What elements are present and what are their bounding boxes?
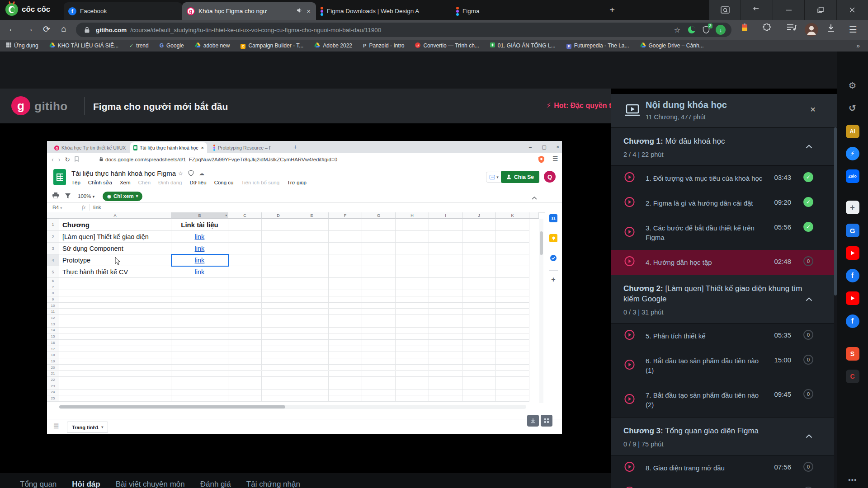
grid-cell[interactable] xyxy=(396,389,429,396)
close-button[interactable] xyxy=(836,0,868,20)
grid-cell[interactable] xyxy=(396,383,429,389)
grid-cell[interactable] xyxy=(362,321,396,328)
grid-cell[interactable] xyxy=(362,377,396,383)
grid-cell[interactable] xyxy=(396,352,429,358)
grid-cell[interactable] xyxy=(262,309,295,315)
bookmark-item[interactable]: PPanzoid - Intro xyxy=(363,42,404,49)
row-number[interactable]: 1 xyxy=(47,219,59,231)
grid-cell[interactable] xyxy=(228,219,262,231)
coccoc-app-icon[interactable]: C xyxy=(846,370,859,383)
grid-cell[interactable] xyxy=(59,278,171,284)
grid-cell[interactable] xyxy=(262,389,295,396)
bookmark-item[interactable]: FFuturepedia - The La... xyxy=(566,42,629,49)
grid-cell[interactable] xyxy=(329,219,362,231)
sheets-menu-item[interactable]: Tệp xyxy=(71,180,80,185)
calendar-icon[interactable]: 31 xyxy=(549,214,557,222)
grid-cell[interactable] xyxy=(228,290,262,296)
grid-cell[interactable] xyxy=(295,365,329,371)
grid-cell[interactable] xyxy=(496,395,529,402)
grid-cell[interactable] xyxy=(329,296,362,303)
grid-cell[interactable] xyxy=(171,371,228,377)
grid-cell[interactable] xyxy=(59,296,171,303)
grid-cell[interactable] xyxy=(59,352,171,358)
grid-cell[interactable] xyxy=(362,395,396,402)
grid-cell[interactable] xyxy=(462,377,496,383)
grid-cell[interactable] xyxy=(429,340,462,346)
chevron-up-icon[interactable] xyxy=(806,295,812,303)
sheets-menu-item[interactable]: Chỉnh sửa xyxy=(88,180,112,185)
grid-cell[interactable] xyxy=(228,321,262,328)
row-number[interactable]: 3 xyxy=(47,243,59,254)
grid-cell[interactable] xyxy=(329,383,362,389)
grid-cell[interactable] xyxy=(295,389,329,396)
print-icon[interactable] xyxy=(52,192,59,200)
grid-cell[interactable] xyxy=(171,315,228,321)
grid-cell[interactable] xyxy=(429,321,462,328)
column-header-C[interactable]: C xyxy=(228,212,262,219)
row-number[interactable]: 25 xyxy=(47,395,59,402)
grid-cell[interactable]: Link tài liệu xyxy=(171,219,228,231)
grid-cell[interactable] xyxy=(59,389,171,396)
grid-cell[interactable] xyxy=(262,377,295,383)
bottom-nav-tab[interactable]: Bài viết chuyên môn xyxy=(116,480,185,488)
grid-cell[interactable] xyxy=(59,315,171,321)
grid-cell[interactable] xyxy=(362,383,396,389)
collapse-toolbar-icon[interactable] xyxy=(532,193,537,202)
grid-cell[interactable] xyxy=(262,346,295,352)
grid-cell[interactable] xyxy=(496,371,529,377)
grid-cell[interactable] xyxy=(396,254,429,266)
grid-cell[interactable] xyxy=(59,346,171,352)
grid-cell[interactable] xyxy=(228,371,262,377)
grid-cell[interactable] xyxy=(496,219,529,231)
column-header-K[interactable]: K xyxy=(496,212,529,219)
grid-cell[interactable]: link xyxy=(171,243,228,254)
media-playlist-icon[interactable] xyxy=(787,23,797,32)
grid-cell[interactable] xyxy=(396,315,429,321)
grid-cell[interactable] xyxy=(496,278,529,284)
grid-cell[interactable] xyxy=(396,266,429,278)
grid-cell[interactable] xyxy=(396,365,429,371)
view-mode-button[interactable]: ◉ Chỉ xem ▾ xyxy=(103,192,142,201)
grid-cell[interactable] xyxy=(396,377,429,383)
grid-cell[interactable] xyxy=(228,278,262,284)
grid-cell[interactable] xyxy=(429,284,462,291)
column-header-J[interactable]: J xyxy=(462,212,496,219)
grid-cell[interactable] xyxy=(171,309,228,315)
grid-cell[interactable] xyxy=(228,231,262,243)
grid-cell[interactable] xyxy=(462,309,496,315)
grid-cell[interactable] xyxy=(59,333,171,340)
grid-cell[interactable] xyxy=(295,278,329,284)
grid-cell[interactable] xyxy=(429,358,462,365)
reload-button[interactable]: ⟳ xyxy=(41,24,52,34)
google-icon[interactable]: G xyxy=(846,224,859,237)
grid-cell[interactable] xyxy=(496,290,529,296)
lesson-item[interactable]: 4. Hướng dẫn học tập02:480 xyxy=(611,250,834,275)
grid-cell[interactable] xyxy=(429,333,462,340)
column-dropdown-icon[interactable]: ▾ xyxy=(225,214,227,217)
sheet-tab[interactable]: Trang tính1 ▾ xyxy=(67,422,108,433)
grid-cell[interactable] xyxy=(295,333,329,340)
zoom-select[interactable]: 100% ▾ xyxy=(78,193,94,199)
more-icon[interactable]: ⋯ xyxy=(846,473,859,487)
row-number[interactable]: 14 xyxy=(47,328,59,334)
grid-cell[interactable] xyxy=(362,254,396,266)
grid-cell[interactable] xyxy=(429,315,462,321)
grid-cell[interactable] xyxy=(462,266,496,278)
grid-cell[interactable] xyxy=(462,290,496,296)
grid-cell[interactable] xyxy=(496,358,529,365)
grid-cell[interactable] xyxy=(295,231,329,243)
grid-cell[interactable] xyxy=(462,321,496,328)
grid-cell[interactable] xyxy=(171,383,228,389)
grid-cell[interactable] xyxy=(329,365,362,371)
grid-cell[interactable] xyxy=(396,296,429,303)
spreadsheet-grid[interactable]: AB▾CDEFGHIJK1ChươngLink tài liệu2[Làm qu… xyxy=(47,212,545,404)
grid-cell[interactable] xyxy=(295,383,329,389)
lesson-item[interactable]: 2. Figma là gì và hướng dẫn cài đặt09:20… xyxy=(611,191,834,216)
grid-cell[interactable] xyxy=(496,296,529,303)
bookmark-item[interactable]: Ứng dụng xyxy=(6,42,38,49)
video-overlay-download-button[interactable] xyxy=(527,415,539,427)
grid-cell[interactable] xyxy=(262,340,295,346)
grid-cell[interactable] xyxy=(429,231,462,243)
grid-cell[interactable] xyxy=(59,377,171,383)
grid-cell[interactable] xyxy=(362,333,396,340)
